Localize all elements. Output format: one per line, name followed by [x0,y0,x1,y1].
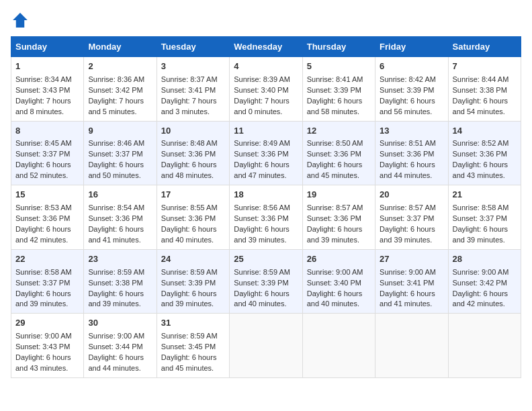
daylight-label: Daylight: 6 hours and 39 minutes. [234,225,290,244]
day-number: 9 [88,125,152,138]
daylight-label: Daylight: 7 hours and 5 minutes. [88,97,144,116]
sunset-label: Sunset: 3:36 PM [234,150,288,158]
sunrise-label: Sunrise: 8:59 AM [161,332,218,340]
sunset-label: Sunset: 3:36 PM [15,214,70,222]
day-number: 2 [88,60,152,73]
header-row: SundayMondayTuesdayWednesdayThursdayFrid… [11,37,521,57]
sunset-label: Sunset: 3:37 PM [453,214,507,222]
daylight-label: Daylight: 6 hours and 40 minutes. [161,225,217,244]
calendar-cell: 11Sunrise: 8:49 AMSunset: 3:36 PMDayligh… [230,121,302,185]
sunset-label: Sunset: 3:42 PM [88,86,142,94]
day-number: 3 [161,60,225,73]
sunset-label: Sunset: 3:41 PM [380,279,434,287]
sunrise-label: Sunrise: 8:58 AM [453,203,509,212]
sunrise-label: Sunrise: 8:49 AM [234,139,290,147]
calendar-cell: 13Sunrise: 8:51 AMSunset: 3:36 PMDayligh… [375,121,448,185]
day-number: 5 [307,60,371,73]
day-number: 4 [234,60,298,73]
sunrise-label: Sunrise: 9:00 AM [15,332,72,340]
col-header-tuesday: Tuesday [157,37,229,57]
sunset-label: Sunset: 3:39 PM [307,86,361,94]
sunrise-label: Sunrise: 8:59 AM [234,268,290,276]
calendar-cell: 18Sunrise: 8:56 AMSunset: 3:36 PMDayligh… [230,185,302,250]
sunrise-label: Sunrise: 8:59 AM [161,268,218,276]
col-header-monday: Monday [84,37,157,57]
logo [11,11,32,30]
calendar-cell: 15Sunrise: 8:53 AMSunset: 3:36 PMDayligh… [11,185,84,250]
daylight-label: Daylight: 6 hours and 41 minutes. [380,289,435,308]
daylight-label: Daylight: 6 hours and 50 minutes. [88,161,144,179]
daylight-label: Daylight: 6 hours and 41 minutes. [88,225,144,244]
daylight-label: Daylight: 7 hours and 8 minutes. [15,97,71,116]
calendar-cell: 8Sunrise: 8:45 AMSunset: 3:37 PMDaylight… [11,121,84,185]
sunrise-label: Sunrise: 8:53 AM [15,203,72,212]
daylight-label: Daylight: 6 hours and 39 minutes. [161,289,217,308]
calendar-cell: 25Sunrise: 8:59 AMSunset: 3:39 PMDayligh… [230,249,302,314]
daylight-label: Daylight: 6 hours and 58 minutes. [307,97,363,116]
calendar-week-row: 29Sunrise: 9:00 AMSunset: 3:43 PMDayligh… [11,314,521,378]
sunset-label: Sunset: 3:36 PM [161,150,216,158]
day-number: 30 [88,317,152,330]
daylight-label: Daylight: 6 hours and 48 minutes. [161,161,217,179]
calendar-cell: 2Sunrise: 8:36 AMSunset: 3:42 PMDaylight… [84,57,157,122]
sunset-label: Sunset: 3:43 PM [15,342,70,351]
sunset-label: Sunset: 3:36 PM [307,150,361,158]
calendar-cell [230,314,302,378]
day-number: 14 [453,125,517,138]
calendar-cell: 19Sunrise: 8:57 AMSunset: 3:36 PMDayligh… [302,185,375,250]
day-number: 28 [453,253,517,266]
sunrise-label: Sunrise: 9:00 AM [307,268,363,276]
calendar-cell: 31Sunrise: 8:59 AMSunset: 3:45 PMDayligh… [157,314,229,378]
sunset-label: Sunset: 3:39 PM [161,279,216,287]
sunset-label: Sunset: 3:44 PM [88,342,142,351]
daylight-label: Daylight: 6 hours and 47 minutes. [234,161,290,179]
sunset-label: Sunset: 3:45 PM [161,342,216,351]
sunset-label: Sunset: 3:36 PM [161,214,216,222]
sunset-label: Sunset: 3:36 PM [88,214,142,222]
col-header-wednesday: Wednesday [230,37,302,57]
day-number: 16 [88,189,152,201]
sunrise-label: Sunrise: 8:34 AM [15,75,72,83]
sunset-label: Sunset: 3:36 PM [380,150,434,158]
calendar-cell [448,314,521,378]
daylight-label: Daylight: 7 hours and 3 minutes. [161,97,217,116]
col-header-thursday: Thursday [302,37,375,57]
calendar-cell: 14Sunrise: 8:52 AMSunset: 3:36 PMDayligh… [448,121,521,185]
sunrise-label: Sunrise: 8:54 AM [88,203,144,212]
daylight-label: Daylight: 6 hours and 39 minutes. [453,225,508,244]
daylight-label: Daylight: 6 hours and 52 minutes. [15,161,71,179]
daylight-label: Daylight: 6 hours and 44 minutes. [380,161,435,179]
calendar-cell: 5Sunrise: 8:41 AMSunset: 3:39 PMDaylight… [302,57,375,122]
calendar-cell: 7Sunrise: 8:44 AMSunset: 3:38 PMDaylight… [448,57,521,122]
calendar-cell: 23Sunrise: 8:59 AMSunset: 3:38 PMDayligh… [84,249,157,314]
sunset-label: Sunset: 3:36 PM [234,214,288,222]
sunrise-label: Sunrise: 8:48 AM [161,139,218,147]
daylight-label: Daylight: 7 hours and 0 minutes. [234,97,290,116]
calendar-cell [302,314,375,378]
daylight-label: Daylight: 6 hours and 54 minutes. [453,97,508,116]
sunrise-label: Sunrise: 8:44 AM [453,75,509,83]
sunrise-label: Sunrise: 8:37 AM [161,75,218,83]
calendar-cell: 6Sunrise: 8:42 AMSunset: 3:39 PMDaylight… [375,57,448,122]
daylight-label: Daylight: 6 hours and 44 minutes. [88,353,144,372]
sunrise-label: Sunrise: 9:00 AM [453,268,509,276]
day-number: 23 [88,253,152,266]
calendar-cell: 28Sunrise: 9:00 AMSunset: 3:42 PMDayligh… [448,249,521,314]
sunrise-label: Sunrise: 8:39 AM [234,75,290,83]
sunrise-label: Sunrise: 8:57 AM [307,203,363,212]
calendar-cell: 27Sunrise: 9:00 AMSunset: 3:41 PMDayligh… [375,249,448,314]
calendar-cell: 3Sunrise: 8:37 AMSunset: 3:41 PMDaylight… [157,57,229,122]
col-header-saturday: Saturday [448,37,521,57]
sunrise-label: Sunrise: 8:55 AM [161,203,218,212]
sunrise-label: Sunrise: 8:36 AM [88,75,144,83]
sunset-label: Sunset: 3:37 PM [380,214,434,222]
sunset-label: Sunset: 3:42 PM [453,279,507,287]
day-number: 29 [15,317,79,330]
sunrise-label: Sunrise: 8:46 AM [88,139,144,147]
calendar-cell: 21Sunrise: 8:58 AMSunset: 3:37 PMDayligh… [448,185,521,250]
daylight-label: Daylight: 6 hours and 39 minutes. [15,289,71,308]
sunset-label: Sunset: 3:43 PM [15,86,70,94]
day-number: 15 [15,189,79,201]
daylight-label: Daylight: 6 hours and 39 minutes. [307,225,363,244]
sunrise-label: Sunrise: 8:50 AM [307,139,363,147]
